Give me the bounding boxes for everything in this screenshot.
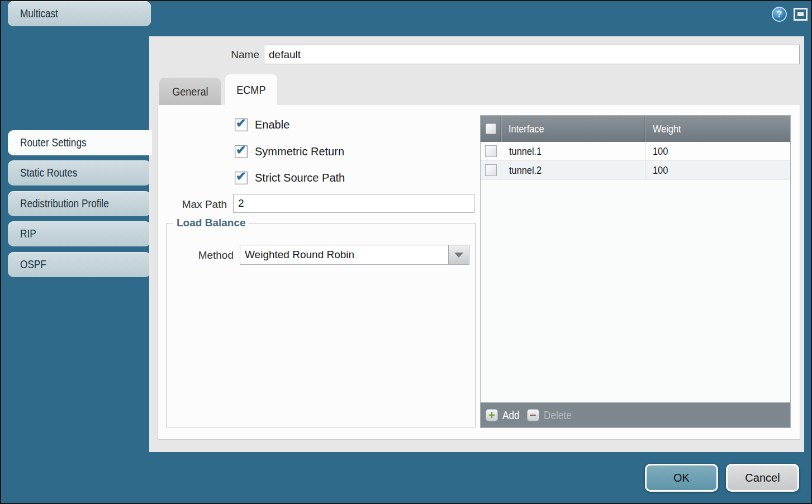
row-checkbox-cell bbox=[481, 142, 501, 160]
table-footer: + Add − Delete bbox=[481, 402, 790, 427]
name-input[interactable] bbox=[264, 45, 800, 64]
column-header-interface[interactable]: Interface bbox=[501, 116, 645, 142]
strict-source-path-checkbox[interactable]: ✔ bbox=[235, 172, 248, 184]
strict-source-path-label: Strict Source Path bbox=[255, 172, 345, 184]
virtual-router-dialog: Virtual Router - default ? Router Settin… bbox=[0, 0, 812, 504]
column-header-weight[interactable]: Weight bbox=[645, 116, 790, 142]
table-row[interactable]: tunnel.1 100 bbox=[481, 142, 790, 161]
method-dropdown-value: Weighted Round Robin bbox=[240, 245, 448, 264]
select-all-checkbox[interactable] bbox=[486, 123, 496, 134]
tab-ecmp[interactable]: ECMP bbox=[225, 74, 277, 105]
table-header: Interface Weight bbox=[481, 116, 790, 142]
method-label: Method bbox=[167, 249, 234, 261]
row-checkbox[interactable] bbox=[485, 164, 497, 176]
enable-label: Enable bbox=[255, 118, 289, 131]
method-dropdown[interactable]: Weighted Round Robin bbox=[240, 245, 469, 265]
chevron-down-icon bbox=[454, 253, 463, 258]
row-checkbox[interactable] bbox=[485, 145, 497, 157]
add-icon[interactable]: + bbox=[486, 409, 498, 421]
load-balance-legend: Load Balance bbox=[173, 217, 249, 229]
add-button[interactable]: Add bbox=[502, 409, 523, 422]
weight-cell: 100 bbox=[645, 142, 790, 160]
sidebar-item-router-settings[interactable]: Router Settings bbox=[8, 130, 152, 155]
sidebar-item-multicast[interactable]: Multicast bbox=[8, 1, 151, 26]
method-dropdown-button[interactable] bbox=[448, 245, 469, 264]
cancel-button[interactable]: Cancel bbox=[726, 464, 799, 492]
load-balance-group: Load Balance Method Weighted Round Robin bbox=[166, 217, 476, 427]
select-all-cell bbox=[481, 116, 501, 142]
delete-icon[interactable]: − bbox=[527, 409, 539, 421]
sidebar-item-rip[interactable]: RIP bbox=[8, 221, 151, 246]
max-path-input[interactable] bbox=[233, 194, 474, 213]
check-icon: ✔ bbox=[236, 116, 246, 131]
symmetric-return-checkbox[interactable]: ✔ bbox=[235, 145, 248, 158]
max-path-label: Max Path bbox=[158, 198, 227, 211]
sidebar-item-static-routes[interactable]: Static Routes bbox=[8, 160, 151, 186]
name-label: Name bbox=[149, 49, 259, 61]
sidebar-item-ospf[interactable]: OSPF bbox=[8, 252, 151, 277]
strict-source-path-row: ✔ Strict Source Path bbox=[235, 172, 345, 184]
delete-button[interactable]: Delete bbox=[544, 409, 576, 422]
enable-checkbox[interactable]: ✔ bbox=[235, 118, 248, 131]
interface-cell: tunnel.2 bbox=[501, 161, 645, 179]
weight-cell: 100 bbox=[645, 161, 790, 179]
check-icon: ✔ bbox=[236, 169, 246, 184]
tab-general[interactable]: General bbox=[159, 78, 221, 105]
interface-table: Interface Weight tunnel.1 100 tunnel.2 1… bbox=[480, 115, 791, 428]
enable-row: ✔ Enable bbox=[235, 118, 289, 131]
check-icon: ✔ bbox=[236, 143, 246, 158]
sidebar-item-redistribution-profile[interactable]: Redistribution Profile bbox=[8, 191, 151, 216]
help-icon[interactable]: ? bbox=[772, 7, 787, 22]
table-row[interactable]: tunnel.2 100 bbox=[481, 161, 790, 180]
restore-window-icon[interactable] bbox=[794, 8, 808, 21]
ok-button[interactable]: OK bbox=[645, 464, 718, 492]
symmetric-return-label: Symmetric Return bbox=[255, 145, 344, 158]
row-checkbox-cell bbox=[481, 161, 501, 179]
interface-cell: tunnel.1 bbox=[501, 142, 645, 160]
symmetric-return-row: ✔ Symmetric Return bbox=[235, 145, 344, 158]
